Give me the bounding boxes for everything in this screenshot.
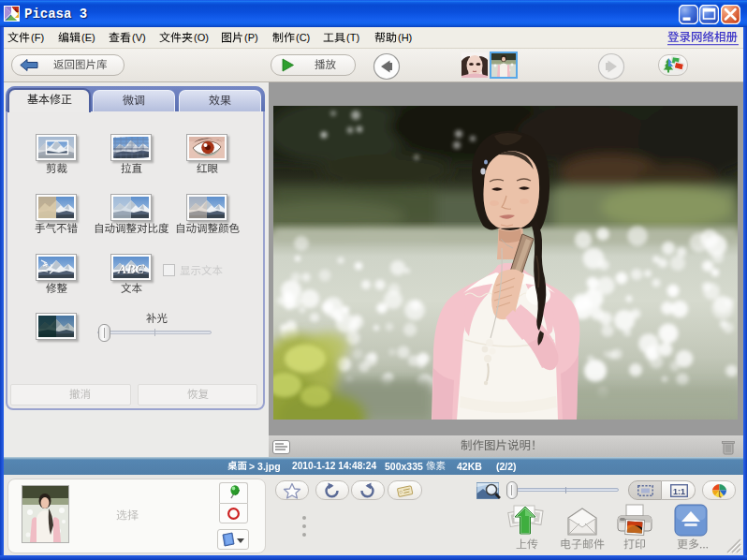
svg-text:1:1: 1:1: [673, 487, 685, 496]
